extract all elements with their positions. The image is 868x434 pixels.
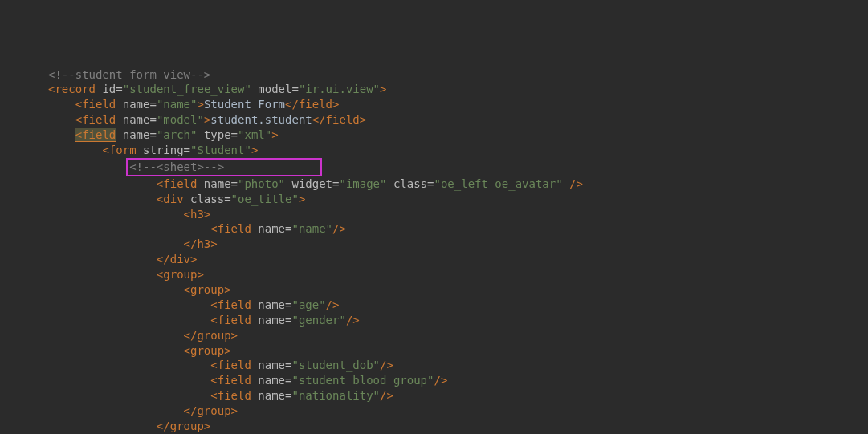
field-gender-val: "gender" (291, 314, 345, 327)
group-inner2-open: <group> (184, 344, 231, 357)
field-dob-val: "student_dob" (291, 359, 380, 371)
div-title-open: <div (157, 193, 184, 205)
div-title-classattr: class= (184, 193, 231, 205)
form-string-val: "Student" (190, 144, 251, 156)
field-arch-nameval: "arch" (157, 128, 198, 141)
record-id-attr: id= (96, 83, 123, 95)
field-age-close: /> (326, 298, 340, 311)
field-age-val: "age" (291, 298, 325, 311)
field-name-attr: name= (116, 98, 157, 111)
field-innername-open: <field (210, 222, 251, 235)
field-dob-close: /> (380, 359, 393, 371)
field-name-open: <field (75, 98, 116, 111)
field-model-val: "model" (157, 113, 204, 126)
field-blood-close: /> (434, 374, 447, 387)
field-innername-attr: name= (251, 222, 292, 235)
field-dob-open: <field (210, 359, 251, 371)
field-photo-classval: "oe_left oe_avatar" (434, 177, 563, 190)
field-photo-selfclose: /> (563, 177, 583, 190)
field-blood-val: "student_blood_group" (291, 374, 434, 387)
group-inner1-open: <group> (184, 283, 231, 296)
field-model-text: student.student (210, 113, 312, 126)
h3-open: <h3> (184, 208, 211, 221)
div-title-close: </div> (157, 253, 198, 266)
field-blood-open: <field (210, 374, 251, 387)
div-title-classval: "oe_title" (231, 193, 299, 205)
comment-form-view: <!--student form view--> (48, 68, 210, 81)
group-inner1-close: </group> (184, 329, 238, 342)
field-innername-val: "name" (291, 222, 332, 235)
record-open: <record (48, 83, 96, 95)
record-model-val: "ir.ui.view" (299, 83, 380, 95)
field-age-attr: name= (251, 298, 292, 311)
h3-close: </h3> (184, 237, 218, 250)
field-photo-widgetval: "image" (339, 177, 386, 190)
comment-sheet-open: <!--<sheet>--> (129, 160, 224, 173)
field-name-text: Student Form (204, 98, 285, 111)
highlight-sheet-open: <!--<sheet>--> (126, 158, 322, 176)
field-model-attr: name= (116, 113, 157, 126)
field-photo-open: <field (157, 177, 198, 190)
field-model-open: <field (75, 113, 116, 126)
group-outer-open: <group> (157, 268, 204, 281)
field-photo-nameattr: name= (197, 177, 238, 190)
group-inner2-close: </group> (184, 404, 238, 417)
field-arch-typeattr: type= (197, 128, 238, 141)
field-photo-widgetattr: widget= (285, 177, 339, 190)
field-age-open: <field (210, 298, 251, 311)
group-outer-close: </group> (157, 420, 210, 432)
div-title-opengt: > (299, 193, 305, 205)
form-open-end: > (251, 144, 258, 156)
field-arch-open: <field (75, 128, 116, 141)
code-block[interactable]: <!--student form view--> <record id="stu… (48, 67, 868, 434)
field-nat-val: "nationality" (291, 389, 380, 402)
field-arch-opengt: > (271, 128, 278, 141)
form-open: <form (102, 144, 136, 156)
field-nat-close: /> (380, 389, 393, 402)
field-photo-nameval: "photo" (238, 177, 285, 190)
field-gender-close: /> (346, 314, 360, 327)
field-blood-attr: name= (251, 374, 292, 387)
form-string-attr: string= (137, 144, 190, 156)
record-open-end: > (380, 83, 386, 95)
field-dob-attr: name= (251, 359, 292, 371)
field-model-close: </field> (312, 113, 366, 126)
field-name-opengt: > (197, 98, 203, 111)
field-nat-open: <field (210, 389, 251, 402)
record-id-val: "student_free_view" (123, 83, 251, 95)
field-innername-close: /> (332, 222, 346, 235)
field-gender-open: <field (210, 314, 251, 327)
field-gender-attr: name= (251, 314, 292, 327)
field-arch-nameattr: name= (116, 128, 157, 141)
field-nat-attr: name= (251, 389, 292, 402)
field-name-val: "name" (157, 98, 198, 111)
record-model-attr: model= (251, 83, 299, 95)
field-name-close: </field> (285, 98, 339, 111)
field-arch-typeval: "xml" (238, 128, 271, 141)
field-photo-classattr: class= (386, 177, 434, 190)
